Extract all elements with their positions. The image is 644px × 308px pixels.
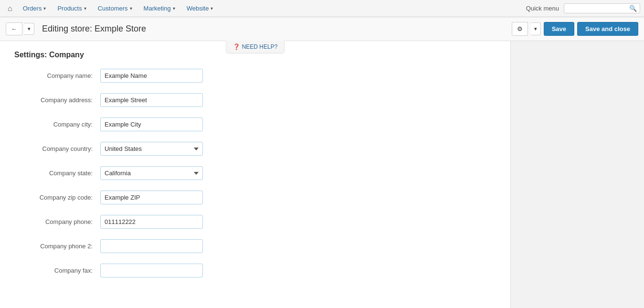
form-row: Company phone 2:	[14, 239, 496, 253]
form-input-2[interactable]	[100, 117, 203, 131]
nav-marketing[interactable]: Marketing ▾	[139, 2, 180, 15]
nav-customers[interactable]: Customers ▾	[93, 2, 137, 15]
back-button[interactable]: ←	[6, 22, 22, 35]
gear-dropdown-button[interactable]: ▾	[531, 22, 541, 35]
form-input-6[interactable]	[100, 215, 203, 229]
form-label: Company state:	[14, 170, 100, 177]
back-dropdown-button[interactable]: ▾	[24, 23, 34, 35]
quick-menu-search[interactable]: 🔍	[564, 3, 640, 13]
toolbar-nav-buttons: ← ▾	[6, 22, 34, 35]
top-navigation: ⌂ Orders ▾ Products ▾ Customers ▾ Market…	[0, 0, 644, 17]
form-row: Company fax:	[14, 264, 496, 277]
nav-website[interactable]: Website ▾	[182, 2, 218, 15]
right-panel	[510, 41, 644, 308]
nav-home-icon[interactable]: ⌂	[4, 1, 16, 16]
products-dropdown-icon: ▾	[84, 6, 86, 11]
search-icon: 🔍	[629, 5, 637, 12]
content-area: ❓ NEED HELP? Settings: Company Company n…	[0, 41, 510, 308]
form-label: Company country:	[14, 145, 100, 152]
website-dropdown-icon: ▾	[211, 6, 213, 11]
form-row: Company address:	[14, 93, 496, 107]
need-help-label: NEED HELP?	[242, 43, 278, 50]
form-input-5[interactable]	[100, 191, 203, 204]
page-title: Editing store: Exmple Store	[42, 24, 508, 34]
save-and-close-button[interactable]: Save and close	[577, 22, 638, 36]
toolbar: ← ▾ Editing store: Exmple Store ⚙ ▾ Save…	[0, 17, 644, 41]
form-row: Company phone:	[14, 215, 496, 229]
form-label: Company phone 2:	[14, 243, 100, 250]
customers-dropdown-icon: ▾	[130, 6, 132, 11]
form-label: Company phone:	[14, 218, 100, 225]
search-input[interactable]	[567, 5, 629, 12]
quick-menu-label: Quick menu	[526, 5, 559, 12]
form-label: Company city:	[14, 121, 100, 128]
form-select-4[interactable]: CaliforniaNew YorkTexasFlorida	[100, 166, 203, 180]
orders-dropdown-icon: ▾	[43, 6, 46, 11]
form-input-0[interactable]	[100, 69, 203, 83]
form-row: Company city:	[14, 117, 496, 131]
form-label: Company name:	[14, 72, 100, 79]
marketing-dropdown-icon: ▾	[173, 6, 175, 11]
form-input-8[interactable]	[100, 264, 203, 277]
form-row: Company state:CaliforniaNew YorkTexasFlo…	[14, 166, 496, 180]
nav-products[interactable]: Products ▾	[53, 2, 91, 15]
form-label: Company address:	[14, 96, 100, 104]
form-label: Company fax:	[14, 267, 100, 274]
form-row: Company zip code:	[14, 191, 496, 204]
form-input-1[interactable]	[100, 93, 203, 107]
gear-button[interactable]: ⚙	[512, 22, 528, 36]
toolbar-actions: ⚙ ▾ Save Save and close	[512, 22, 638, 36]
need-help-icon: ❓	[233, 43, 240, 50]
nav-orders[interactable]: Orders ▾	[18, 2, 51, 15]
form-row: Company name:	[14, 69, 496, 83]
form-label: Company zip code:	[14, 194, 100, 201]
need-help-tab[interactable]: ❓ NEED HELP?	[226, 41, 285, 53]
settings-form: Company name:Company address:Company cit…	[14, 69, 496, 277]
form-input-7[interactable]	[100, 239, 203, 253]
form-select-3[interactable]: United StatesCanadaUnited KingdomAustral…	[100, 142, 203, 156]
form-row: Company country:United StatesCanadaUnite…	[14, 142, 496, 156]
save-button[interactable]: Save	[544, 22, 574, 36]
main-layout: ❓ NEED HELP? Settings: Company Company n…	[0, 41, 644, 308]
